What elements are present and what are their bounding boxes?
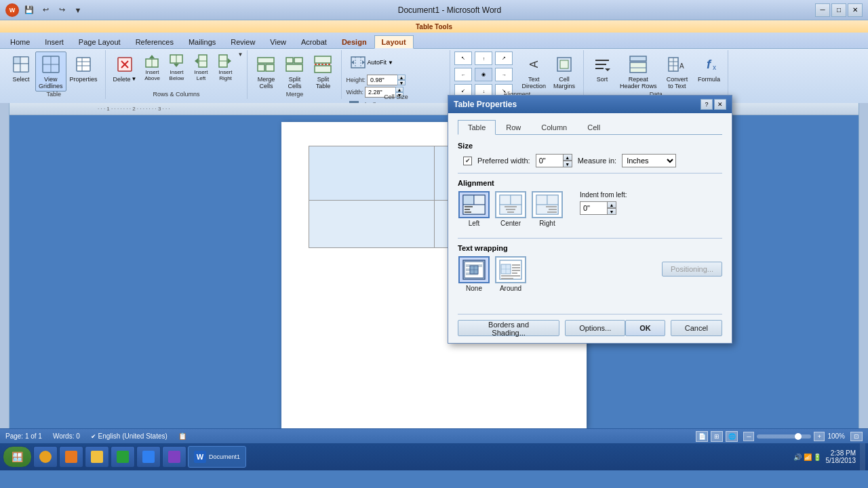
width-spin-up[interactable]: ▲: [395, 87, 403, 92]
quick-save-btn[interactable]: 💾: [23, 4, 35, 16]
tab-acrobat[interactable]: Acrobat: [294, 35, 334, 48]
preferred-width-down[interactable]: ▼: [563, 161, 572, 167]
measure-in-select[interactable]: Inches Percent: [622, 154, 676, 167]
zoom-thumb[interactable]: [795, 433, 802, 440]
indent-section: Indent from left: ▲ ▼: [580, 191, 627, 215]
close-btn[interactable]: ✕: [848, 3, 863, 17]
wrap-around-label: Around: [500, 285, 521, 292]
align-mr-btn[interactable]: →: [495, 68, 513, 81]
repeat-header-rows-btn[interactable]: RepeatHeader Rows: [616, 52, 660, 92]
insert-left-icon: [193, 53, 209, 69]
view-gridlines-btn[interactable]: ViewGridlines: [35, 52, 66, 92]
tab-design[interactable]: Design: [334, 35, 374, 48]
tab-view[interactable]: View: [262, 35, 294, 48]
taskbar-word-btn[interactable]: W Document1: [188, 446, 246, 468]
align-mc-btn[interactable]: ◉: [475, 68, 492, 81]
dialog-help-btn[interactable]: ?: [701, 99, 713, 110]
wrap-around-btn[interactable]: Around: [494, 256, 527, 292]
positioning-btn[interactable]: Positioning...: [662, 262, 722, 277]
align-tr-btn[interactable]: ↗: [495, 52, 513, 65]
maximize-btn[interactable]: □: [831, 3, 846, 17]
align-tl-btn[interactable]: ↖: [454, 52, 472, 65]
insert-below-btn[interactable]: InsertBelow: [164, 52, 189, 83]
height-spin-down[interactable]: ▼: [397, 80, 406, 85]
minimize-btn[interactable]: ─: [815, 3, 830, 17]
view-print-btn[interactable]: 📄: [696, 431, 708, 442]
view-full-btn[interactable]: ⊞: [711, 431, 723, 442]
taskbar-firefox-btn[interactable]: [59, 446, 83, 468]
dialog-ok-btn[interactable]: OK: [625, 320, 665, 336]
start-button[interactable]: 🪟: [3, 446, 32, 468]
tab-review[interactable]: Review: [223, 35, 262, 48]
preferred-width-checkbox[interactable]: ✔: [463, 157, 472, 165]
autofit-btn[interactable]: AutoFit ▼: [346, 52, 396, 73]
properties-btn[interactable]: Properties: [66, 52, 101, 85]
taskbar-windows-btn[interactable]: [136, 446, 161, 468]
split-table-btn[interactable]: SplitTable: [309, 52, 337, 92]
dialog-tab-cell[interactable]: Cell: [577, 120, 610, 134]
taskbar-chrome-btn[interactable]: [33, 446, 58, 468]
table-cell-2-1[interactable]: [309, 201, 435, 248]
preferred-width-up[interactable]: ▲: [563, 154, 572, 161]
height-spinner[interactable]: ▲ ▼: [367, 75, 406, 85]
table-cell-1-1[interactable]: [309, 146, 435, 201]
taskbar-excel-btn[interactable]: [111, 446, 135, 468]
wrap-none-btn[interactable]: None: [458, 256, 490, 292]
dialog-tab-table[interactable]: Table: [458, 120, 496, 135]
taskbar-ribbon-btn[interactable]: [162, 446, 186, 468]
indent-spinner[interactable]: ▲ ▼: [580, 201, 627, 215]
tab-layout[interactable]: Layout: [374, 35, 414, 49]
quick-dropdown-btn[interactable]: ▼: [72, 4, 84, 16]
tab-references[interactable]: References: [128, 35, 181, 48]
split-cells-btn[interactable]: SplitCells: [280, 52, 309, 92]
svg-rect-76: [506, 209, 515, 210]
height-input[interactable]: [367, 75, 397, 85]
borders-shading-btn[interactable]: Borders and Shading...: [458, 320, 559, 336]
cell-margins-btn[interactable]: CellMargins: [549, 52, 579, 92]
formula-btn[interactable]: f x Formula: [694, 52, 724, 85]
tab-home[interactable]: Home: [3, 35, 37, 48]
insert-right-btn[interactable]: InsertRight: [213, 52, 237, 83]
align-right-btn[interactable]: Right: [531, 191, 564, 227]
taskbar-folder-btn[interactable]: [85, 446, 109, 468]
text-direction-btn[interactable]: A TextDirection: [518, 52, 549, 92]
table-properties-dialog[interactable]: Table Properties ? ✕ Table Row Column Ce…: [448, 95, 732, 344]
align-ml-btn[interactable]: ←: [454, 68, 472, 81]
preferred-width-input[interactable]: [536, 154, 563, 167]
indent-down[interactable]: ▼: [607, 208, 616, 215]
dialog-cancel-btn[interactable]: Cancel: [671, 320, 722, 336]
rows-columns-expand[interactable]: ▼: [237, 52, 243, 67]
convert-to-text-btn[interactable]: A Convertto Text: [660, 52, 694, 92]
height-spin-up[interactable]: ▲: [397, 75, 406, 80]
insert-above-btn[interactable]: InsertAbove: [140, 52, 164, 83]
tab-pagelayout[interactable]: Page Layout: [71, 35, 128, 48]
insert-left-btn[interactable]: InsertLeft: [189, 52, 213, 83]
tab-insert[interactable]: Insert: [37, 35, 71, 48]
align-center-btn[interactable]: Center: [494, 191, 527, 227]
view-web-btn[interactable]: 🌐: [726, 431, 738, 442]
align-tc-btn[interactable]: ↑: [475, 52, 492, 65]
preferred-width-spinner[interactable]: ▲ ▼: [536, 154, 572, 167]
dialog-close-btn[interactable]: ✕: [714, 99, 726, 110]
quick-undo-btn[interactable]: ↩: [39, 4, 52, 16]
zoom-out-btn[interactable]: ─: [743, 432, 754, 441]
merge-cells-btn[interactable]: MergeCells: [252, 52, 280, 92]
show-desktop-btn[interactable]: [860, 443, 865, 470]
autofit-arrow: ▼: [388, 60, 393, 66]
dialog-tab-row[interactable]: Row: [496, 120, 531, 134]
zoom-in-btn[interactable]: +: [814, 432, 825, 441]
sort-btn[interactable]: Sort: [588, 52, 616, 85]
dialog-tab-column[interactable]: Column: [531, 120, 577, 134]
select-btn[interactable]: Select: [7, 52, 35, 85]
indent-input[interactable]: [580, 201, 607, 215]
options-btn[interactable]: Options...: [565, 320, 625, 336]
ribbon-icon: [168, 451, 180, 463]
tab-mailings[interactable]: Mailings: [181, 35, 223, 48]
indent-up[interactable]: ▲: [607, 201, 616, 208]
quick-redo-btn[interactable]: ↪: [56, 4, 68, 16]
svg-rect-79: [536, 195, 547, 205]
align-left-btn[interactable]: Left: [458, 191, 490, 227]
delete-btn[interactable]: Delete ▼: [110, 52, 140, 85]
zoom-fit-btn[interactable]: ⊡: [850, 432, 863, 441]
zoom-slider[interactable]: [757, 434, 811, 439]
